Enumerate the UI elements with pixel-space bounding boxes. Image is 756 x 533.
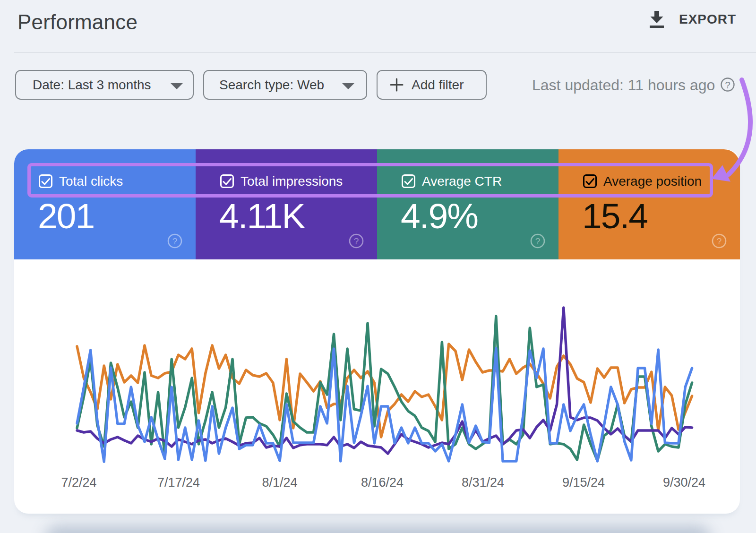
svg-text:?: ? (172, 236, 178, 246)
svg-text:?: ? (535, 236, 541, 246)
svg-text:?: ? (354, 236, 359, 246)
svg-text:?: ? (717, 236, 722, 246)
